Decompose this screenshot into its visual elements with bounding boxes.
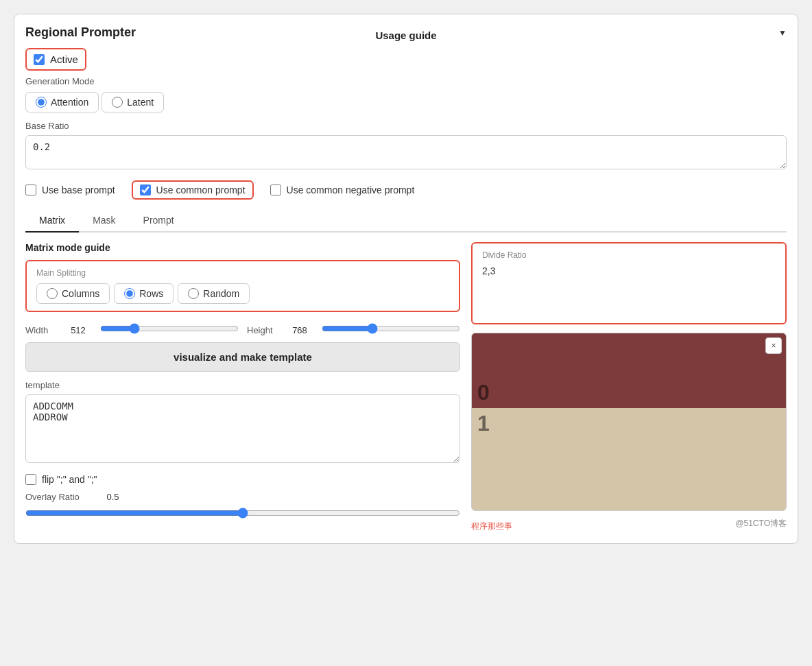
divide-ratio-box: Divide Ratio 2,3 (471, 242, 787, 324)
preview-top: 0 (472, 333, 786, 408)
active-label: Active (50, 53, 78, 65)
radio-latent-label: Latent (127, 97, 154, 108)
split-columns[interactable]: Columns (36, 283, 110, 304)
watermark-right: @51CTO博客 (735, 518, 787, 532)
splitting-label: Main Splitting (36, 268, 449, 278)
preview-bottom: 1 (472, 408, 786, 510)
close-icon: × (771, 341, 776, 350)
radio-latent-input[interactable] (112, 97, 123, 108)
preview-image: 0 1 (472, 333, 786, 510)
use-common-prompt-wrapper: Use common prompt (132, 180, 254, 200)
divide-ratio-value: 2,3 (482, 265, 776, 276)
use-base-prompt-item[interactable]: Use base prompt (25, 185, 115, 195)
tab-matrix[interactable]: Matrix (25, 209, 79, 233)
use-common-prompt-label: Use common prompt (156, 185, 246, 195)
overlay-ratio-slider[interactable] (25, 508, 460, 519)
height-label: Height (247, 325, 278, 335)
overlay-ratio-value: 0.5 (101, 492, 125, 502)
width-slider[interactable] (100, 323, 239, 334)
use-common-negative-prompt-label: Use common negative prompt (287, 185, 415, 195)
height-value: 768 (286, 325, 313, 335)
overlay-row: Overlay Ratio 0.5 (25, 492, 460, 502)
split-random[interactable]: Random (178, 283, 250, 304)
header-row: Regional Prompter Usage guide ▼ (25, 25, 787, 40)
bottom-watermarks: 程序那些事 @51CTO博客 (471, 515, 787, 532)
active-checkbox[interactable] (34, 54, 45, 65)
split-random-label: Random (203, 288, 239, 299)
flip-checkbox[interactable] (25, 474, 36, 485)
main-container: Regional Prompter Usage guide ▼ Active G… (14, 14, 798, 544)
use-common-prompt-checkbox[interactable] (140, 185, 151, 195)
radio-attention-label: Attention (51, 97, 88, 108)
right-panel: Divide Ratio 2,3 0 1 × 程序那 (471, 242, 787, 532)
tab-mask[interactable]: Mask (79, 209, 129, 233)
left-panel: Matrix mode guide Main Splitting Columns… (25, 242, 460, 532)
active-checkbox-row: Active (25, 48, 86, 71)
use-common-negative-prompt-checkbox[interactable] (270, 185, 281, 195)
base-ratio-input[interactable]: 0.2 (25, 135, 787, 169)
dimension-row: Width 512 Height 768 (25, 323, 460, 337)
split-columns-label: Columns (62, 288, 99, 299)
flip-row: flip ";" and ";" (25, 474, 460, 485)
flip-label: flip ";" and ";" (42, 474, 97, 485)
template-textarea[interactable]: ADDCOMM ADDROW (25, 394, 460, 463)
two-column-layout: Matrix mode guide Main Splitting Columns… (25, 242, 787, 532)
checkbox-row: Use base prompt Use common prompt Use co… (25, 180, 787, 200)
width-label: Width (25, 325, 56, 335)
radio-attention[interactable]: Attention (25, 92, 99, 112)
preview-top-number: 0 (477, 380, 490, 405)
split-rows-radio[interactable] (124, 288, 135, 299)
preview-area: 0 1 × (471, 333, 787, 511)
split-rows[interactable]: Rows (114, 283, 174, 304)
width-value: 512 (64, 325, 92, 335)
split-random-radio[interactable] (188, 288, 199, 299)
overlay-slider-row (25, 508, 460, 519)
visualize-button[interactable]: visualize and make template (25, 342, 460, 372)
split-rows-label: Rows (139, 288, 163, 299)
use-base-prompt-label: Use base prompt (42, 185, 115, 195)
use-common-negative-prompt-item[interactable]: Use common negative prompt (270, 185, 415, 195)
usage-guide-label: Usage guide (375, 29, 436, 41)
height-slider-container (322, 323, 460, 337)
use-common-prompt-item[interactable]: Use common prompt (140, 185, 246, 195)
watermark-left: 程序那些事 (471, 521, 512, 532)
generation-mode-radio-group: Attention Latent (25, 92, 787, 112)
matrix-mode-guide-label: Matrix mode guide (25, 242, 460, 253)
dropdown-icon[interactable]: ▼ (778, 28, 787, 38)
main-splitting-box: Main Splitting Columns Rows Random (25, 260, 460, 312)
tabs-row: Matrix Mask Prompt (25, 209, 787, 233)
base-ratio-label: Base Ratio (25, 121, 787, 131)
preview-bottom-number: 1 (477, 411, 490, 436)
app-title: Regional Prompter (25, 25, 136, 40)
height-slider[interactable] (322, 323, 460, 334)
use-base-prompt-checkbox[interactable] (25, 185, 36, 195)
split-columns-radio[interactable] (47, 288, 58, 299)
radio-latent[interactable]: Latent (102, 92, 164, 112)
overlay-ratio-label: Overlay Ratio (25, 492, 94, 502)
tab-prompt[interactable]: Prompt (130, 209, 188, 233)
generation-mode-label: Generation Mode (25, 76, 787, 86)
close-button[interactable]: × (765, 337, 782, 354)
divide-ratio-label: Divide Ratio (482, 250, 776, 260)
radio-attention-input[interactable] (36, 97, 47, 108)
template-label: template (25, 380, 460, 390)
splitting-radio-group: Columns Rows Random (36, 283, 449, 304)
width-slider-container (100, 323, 239, 337)
